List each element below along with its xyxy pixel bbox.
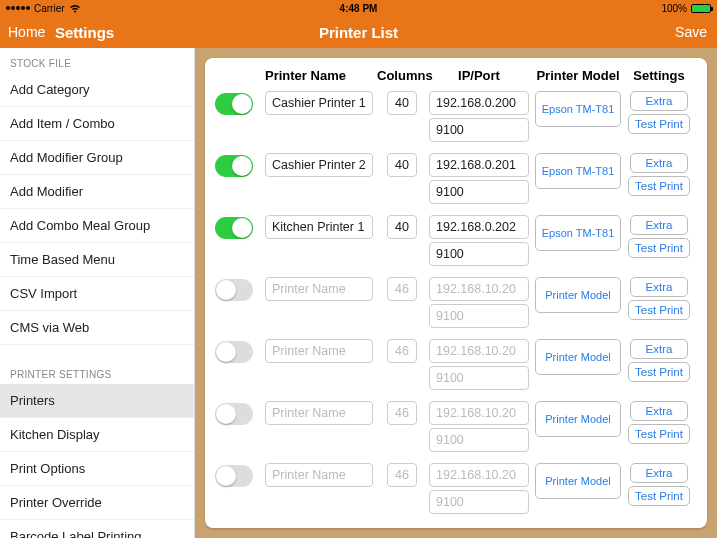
sidebar-item[interactable]: Printers xyxy=(0,384,194,418)
port-input[interactable] xyxy=(429,118,529,142)
printer-row: Printer ModelExtraTest Print xyxy=(215,523,697,525)
enable-toggle[interactable] xyxy=(215,465,253,487)
columns-input[interactable] xyxy=(387,215,417,239)
columns-input[interactable] xyxy=(387,463,417,487)
ip-input[interactable] xyxy=(429,463,529,487)
col-header-ipport: IP/Port xyxy=(427,68,531,83)
port-input[interactable] xyxy=(429,304,529,328)
extra-button[interactable]: Extra xyxy=(630,401,688,421)
sidebar-item[interactable]: Add Category xyxy=(0,73,194,107)
printer-name-input[interactable] xyxy=(265,401,373,425)
sidebar-item[interactable]: CMS via Web xyxy=(0,311,194,345)
printer-name-input[interactable] xyxy=(265,463,373,487)
status-bar: Carrier 4:48 PM 100% xyxy=(0,0,717,16)
printer-row: Epson TM-T81ExtraTest Print xyxy=(215,151,697,213)
printer-row: Epson TM-T81ExtraTest Print xyxy=(215,89,697,151)
sidebar-item[interactable]: CSV Import xyxy=(0,277,194,311)
extra-button[interactable]: Extra xyxy=(630,339,688,359)
section-label-stock: STOCK FILE xyxy=(0,48,194,73)
sidebar-item[interactable]: Add Item / Combo xyxy=(0,107,194,141)
printer-name-input[interactable] xyxy=(265,91,373,115)
ip-input[interactable] xyxy=(429,401,529,425)
printer-row: Printer ModelExtraTest Print xyxy=(215,461,697,523)
enable-toggle[interactable] xyxy=(215,217,253,239)
printer-name-input[interactable] xyxy=(265,277,373,301)
printer-model-button[interactable]: Printer Model xyxy=(535,339,621,375)
printer-name-input[interactable] xyxy=(265,153,373,177)
ip-input[interactable] xyxy=(429,153,529,177)
sidebar-item[interactable]: Kitchen Display xyxy=(0,418,194,452)
port-input[interactable] xyxy=(429,428,529,452)
battery-icon xyxy=(691,4,711,13)
ip-input[interactable] xyxy=(429,277,529,301)
test-print-button[interactable]: Test Print xyxy=(628,238,690,258)
columns-input[interactable] xyxy=(387,277,417,301)
ip-input[interactable] xyxy=(429,339,529,363)
columns-input[interactable] xyxy=(387,91,417,115)
enable-toggle[interactable] xyxy=(215,341,253,363)
save-button[interactable]: Save xyxy=(675,24,717,40)
printer-row: Printer ModelExtraTest Print xyxy=(215,275,697,337)
sidebar-item[interactable]: Printer Override xyxy=(0,486,194,520)
test-print-button[interactable]: Test Print xyxy=(628,424,690,444)
section-label-printer: PRINTER SETTINGS xyxy=(0,359,194,384)
extra-button[interactable]: Extra xyxy=(630,277,688,297)
table-header: Printer Name Columns IP/Port Printer Mod… xyxy=(215,68,697,89)
enable-toggle[interactable] xyxy=(215,93,253,115)
app-header: Home Settings Printer List Save xyxy=(0,16,717,48)
home-button[interactable]: Home xyxy=(0,24,55,40)
settings-title: Settings xyxy=(55,24,114,41)
columns-input[interactable] xyxy=(387,401,417,425)
test-print-button[interactable]: Test Print xyxy=(628,486,690,506)
enable-toggle[interactable] xyxy=(215,403,253,425)
enable-toggle[interactable] xyxy=(215,155,253,177)
port-input[interactable] xyxy=(429,180,529,204)
printer-name-input[interactable] xyxy=(265,215,373,239)
extra-button[interactable]: Extra xyxy=(630,463,688,483)
sidebar-item[interactable]: Barcode Label Printing xyxy=(0,520,194,538)
printer-row: Printer ModelExtraTest Print xyxy=(215,399,697,461)
extra-button[interactable]: Extra xyxy=(630,91,688,111)
sidebar-item[interactable]: Add Modifier Group xyxy=(0,141,194,175)
printer-name-input[interactable] xyxy=(265,339,373,363)
printer-model-button[interactable]: Epson TM-T81 xyxy=(535,153,621,189)
test-print-button[interactable]: Test Print xyxy=(628,362,690,382)
col-header-columns: Columns xyxy=(377,68,427,83)
status-time: 4:48 PM xyxy=(340,3,378,14)
test-print-button[interactable]: Test Print xyxy=(628,114,690,134)
col-header-model: Printer Model xyxy=(531,68,625,83)
sidebar-item[interactable]: Add Combo Meal Group xyxy=(0,209,194,243)
test-print-button[interactable]: Test Print xyxy=(628,176,690,196)
extra-button[interactable]: Extra xyxy=(630,215,688,235)
port-input[interactable] xyxy=(429,490,529,514)
sidebar-item[interactable]: Print Options xyxy=(0,452,194,486)
printer-row: Epson TM-T81ExtraTest Print xyxy=(215,213,697,275)
printer-row: Printer ModelExtraTest Print xyxy=(215,337,697,399)
carrier-label: Carrier xyxy=(34,3,65,14)
port-input[interactable] xyxy=(429,242,529,266)
battery-pct: 100% xyxy=(661,3,687,14)
settings-sidebar: STOCK FILE Add CategoryAdd Item / ComboA… xyxy=(0,48,195,538)
port-input[interactable] xyxy=(429,366,529,390)
columns-input[interactable] xyxy=(387,339,417,363)
columns-input[interactable] xyxy=(387,153,417,177)
sidebar-item[interactable]: Time Based Menu xyxy=(0,243,194,277)
printer-list-panel: Printer Name Columns IP/Port Printer Mod… xyxy=(205,58,707,528)
wifi-icon xyxy=(69,4,81,13)
col-header-settings: Settings xyxy=(625,68,693,83)
sidebar-item[interactable]: Add Modifier xyxy=(0,175,194,209)
ip-input[interactable] xyxy=(429,91,529,115)
printer-model-button[interactable]: Epson TM-T81 xyxy=(535,91,621,127)
printer-model-button[interactable]: Printer Model xyxy=(535,401,621,437)
extra-button[interactable]: Extra xyxy=(630,153,688,173)
enable-toggle[interactable] xyxy=(215,279,253,301)
ip-input[interactable] xyxy=(429,215,529,239)
col-header-name: Printer Name xyxy=(265,68,377,83)
printer-model-button[interactable]: Printer Model xyxy=(535,463,621,499)
page-title: Printer List xyxy=(319,24,398,41)
printer-model-button[interactable]: Printer Model xyxy=(535,277,621,313)
printer-model-button[interactable]: Epson TM-T81 xyxy=(535,215,621,251)
test-print-button[interactable]: Test Print xyxy=(628,300,690,320)
